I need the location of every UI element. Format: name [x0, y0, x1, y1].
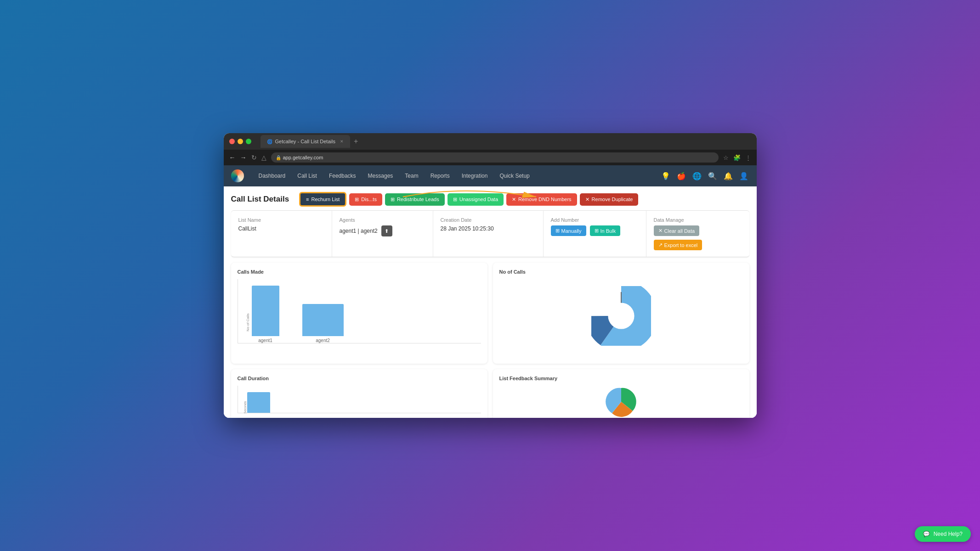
data-manage-label: Data Manage [654, 217, 742, 223]
forward-button[interactable]: → [240, 154, 247, 161]
nav-items: Dashboard Call List Feedbacks Messages T… [253, 170, 660, 182]
page-title: Call List Details [231, 195, 289, 204]
redistribute-leads-button[interactable]: ⊞ Redistribute Leads [385, 193, 445, 206]
bulb-icon[interactable]: 💡 [660, 170, 671, 181]
pie-chart-svg [591, 286, 651, 346]
agent2-bar-group: agent2 [302, 304, 344, 343]
nav-calllist[interactable]: Call List [292, 170, 323, 182]
redistribute-label: Redistribute Leads [397, 197, 439, 202]
tab-title: Getcalley - Call List Details [275, 139, 335, 144]
top-nav: Dashboard Call List Feedbacks Messages T… [224, 165, 757, 186]
traffic-lights [229, 139, 251, 144]
nav-reports[interactable]: Reports [425, 170, 455, 182]
nav-quicksetup[interactable]: Quick Setup [494, 170, 535, 182]
unassigned-icon: ⊞ [453, 197, 457, 202]
nav-integration[interactable]: Integration [456, 170, 493, 182]
apple-icon[interactable]: 🍎 [676, 170, 687, 181]
no-of-calls-title: No of Calls [499, 269, 743, 275]
in-bulk-button[interactable]: ⊞ In Bulk [590, 225, 621, 236]
call-duration-chart: Call Duration Seconds [231, 369, 487, 418]
list-name-value: CallList [238, 225, 324, 232]
tab-bar: 🌀 Getcalley - Call List Details ✕ + [261, 135, 358, 148]
nav-icons: 💡 🍎 🌐 🔍 🔔 👤 [660, 170, 749, 181]
agent1-label: agent1 [258, 338, 272, 343]
action-bar: Call List Details ≡ Rechurn List ⊞ Dis..… [224, 186, 757, 210]
clear-icon: ✕ [658, 228, 663, 234]
agent2-label: agent2 [316, 338, 330, 343]
dis-label: Dis...ts [361, 197, 377, 202]
add-number-label: Add Number [551, 217, 639, 223]
in-bulk-label: In Bulk [600, 228, 616, 234]
creation-date-cell: Creation Date 28 Jan 2025 10:25:30 [433, 211, 544, 257]
search-icon[interactable]: 🔍 [707, 170, 718, 181]
close-dot[interactable] [229, 139, 235, 144]
remove-dup-icon: ✕ [585, 197, 589, 202]
feedback-pie-svg [603, 386, 640, 418]
nav-dashboard[interactable]: Dashboard [253, 170, 291, 182]
export-to-excel-button[interactable]: ↗ Export to excel [654, 240, 702, 250]
add-number-buttons: ⊞ Manually ⊞ In Bulk [551, 225, 639, 236]
remove-dnd-label: Remove DND Numbers [518, 197, 572, 202]
calls-made-title: Calls Made [238, 269, 481, 275]
globe-icon[interactable]: 🌐 [691, 170, 702, 181]
manually-icon: ⊞ [555, 228, 560, 234]
remove-duplicate-button[interactable]: ✕ Remove Duplicate [580, 193, 639, 206]
list-name-label: List Name [238, 217, 324, 223]
calls-made-chart: Calls Made No of Calls agent1 agent2 [231, 263, 487, 364]
agents-row: agent1 | agent2 ⬆ [340, 225, 425, 236]
star-icon[interactable]: ☆ [723, 154, 729, 161]
whatsapp-icon: 💬 [923, 531, 930, 537]
clear-label: Clear all Data [664, 228, 695, 234]
add-number-cell: Add Number ⊞ Manually ⊞ In Bulk [544, 211, 646, 257]
address-input[interactable]: 🔒 app.getcalley.com [271, 152, 719, 163]
list-name-cell: List Name CallList [231, 211, 332, 257]
dis-icon: ⊞ [355, 197, 359, 202]
extension-icon[interactable]: 🧩 [733, 154, 741, 161]
minimize-dot[interactable] [238, 139, 243, 144]
title-bar: 🌀 Getcalley - Call List Details ✕ + [224, 133, 757, 150]
list-feedback-title: List Feedback Summary [499, 376, 743, 381]
rechurn-list-button[interactable]: ≡ Rechurn List [299, 192, 346, 207]
bell-icon[interactable]: 🔔 [723, 170, 734, 181]
upload-agent-button[interactable]: ⬆ [381, 225, 392, 236]
home-button[interactable]: △ [261, 154, 266, 161]
user-icon[interactable]: 👤 [738, 170, 749, 181]
browser-icons: ☆ 🧩 ⋮ [723, 154, 751, 161]
help-label: Need Help? [934, 531, 963, 537]
nav-team[interactable]: Team [399, 170, 424, 182]
nav-feedbacks[interactable]: Feedbacks [323, 170, 362, 182]
need-help-button[interactable]: 💬 Need Help? [915, 526, 971, 542]
data-manage-buttons: ✕ Clear all Data ↗ Export to excel [654, 225, 742, 250]
refresh-button[interactable]: ↻ [251, 154, 257, 161]
manually-button[interactable]: ⊞ Manually [551, 225, 586, 236]
maximize-dot[interactable] [246, 139, 251, 144]
url-text: app.getcalley.com [283, 155, 323, 160]
back-button[interactable]: ← [229, 154, 236, 161]
clear-all-data-button[interactable]: ✕ Clear all Data [654, 225, 700, 236]
feedback-pie-container [499, 386, 743, 418]
export-icon: ↗ [658, 242, 663, 248]
unassigned-data-button[interactable]: ⊞ Unassigned Data [448, 193, 504, 206]
pie-container [499, 279, 743, 353]
remove-dnd-icon: ✕ [512, 197, 516, 202]
page-content: Call List Details ≡ Rechurn List ⊞ Dis..… [224, 186, 757, 418]
manually-label: Manually [561, 228, 582, 234]
new-tab-button[interactable]: + [354, 137, 358, 146]
active-tab[interactable]: 🌀 Getcalley - Call List Details ✕ [261, 135, 350, 148]
agent1-bar-group: agent1 [252, 286, 279, 343]
svg-point-3 [608, 303, 634, 329]
dis-button[interactable]: ⊞ Dis...ts [349, 193, 382, 206]
tab-icon: 🌀 [267, 139, 272, 144]
nav-messages[interactable]: Messages [363, 170, 399, 182]
tab-close-icon[interactable]: ✕ [340, 139, 344, 144]
in-bulk-icon: ⊞ [595, 228, 599, 234]
charts-grid: Calls Made No of Calls agent1 agent2 [224, 263, 757, 369]
remove-dnd-button[interactable]: ✕ Remove DND Numbers [506, 193, 577, 206]
bottom-charts: Call Duration Seconds List Feedback Summ… [224, 369, 757, 418]
menu-icon[interactable]: ⋮ [745, 154, 751, 161]
rechurn-icon: ≡ [306, 197, 309, 202]
agents-label: Agents [340, 217, 425, 223]
rechurn-label: Rechurn List [312, 197, 340, 202]
app-content: Dashboard Call List Feedbacks Messages T… [224, 165, 757, 418]
creation-date-label: Creation Date [441, 217, 536, 223]
